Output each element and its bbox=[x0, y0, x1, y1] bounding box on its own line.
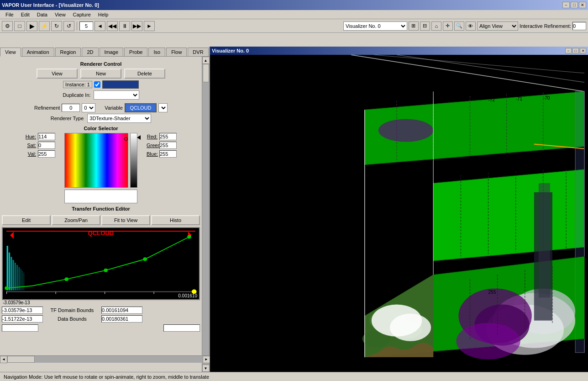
viz-svg[interactable]: -70 -71 -72 -40 -80 -90 -91 -43 -20 -10 bbox=[210, 55, 588, 372]
menu-edit[interactable]: Edit bbox=[17, 11, 33, 18]
data-right-input[interactable] bbox=[101, 315, 142, 323]
interactive-refinement-input[interactable] bbox=[572, 22, 586, 30]
blue-input[interactable] bbox=[159, 150, 177, 158]
tab-probe[interactable]: Probe bbox=[124, 48, 147, 56]
color-brightness-slider[interactable] bbox=[130, 133, 137, 188]
tab-image[interactable]: Image bbox=[100, 48, 124, 56]
viz-home-btn[interactable]: ⌂ bbox=[431, 21, 441, 31]
rc-instance-row: Instance: 1 bbox=[2, 80, 200, 89]
extra-left-input[interactable] bbox=[2, 324, 38, 332]
svg-rect-8 bbox=[22, 271, 23, 291]
tb-btn-stop[interactable]: □ bbox=[14, 21, 25, 31]
tb-next-btn[interactable]: ▶▶ bbox=[131, 21, 142, 31]
tf-edit-btn[interactable]: Edit bbox=[2, 215, 51, 225]
tf-histo-btn[interactable]: Histo bbox=[151, 215, 200, 225]
variable-dropdown[interactable]: ▼ bbox=[158, 103, 168, 112]
tb-btn-settings[interactable]: ⚙ bbox=[2, 21, 13, 31]
menu-help[interactable]: Help bbox=[94, 11, 112, 18]
menu-view[interactable]: View bbox=[51, 11, 69, 18]
svg-rect-0 bbox=[7, 246, 8, 291]
h-sb-track[interactable] bbox=[7, 356, 203, 363]
red-input[interactable] bbox=[159, 133, 177, 140]
tf-zoomPan-btn[interactable]: Zoom/Pan bbox=[52, 215, 100, 225]
color-preview bbox=[64, 190, 137, 203]
tab-dvr[interactable]: DVR bbox=[188, 48, 208, 56]
menu-capture[interactable]: Capture bbox=[69, 11, 94, 18]
visualizer-selector[interactable]: Visualizer No. 0 bbox=[343, 21, 407, 31]
duplicate-selector[interactable] bbox=[94, 90, 139, 100]
refinement-dropdown[interactable]: 0 bbox=[82, 103, 95, 112]
tb-pause[interactable]: ⏸ bbox=[119, 21, 130, 31]
tb-prev-btn[interactable]: ◀◀ bbox=[107, 21, 118, 31]
mdi-min-btn[interactable]: − bbox=[565, 48, 572, 53]
svg-text:-70: -70 bbox=[543, 95, 550, 101]
refinement-input[interactable] bbox=[62, 104, 80, 112]
tab-animation[interactable]: Animation bbox=[22, 48, 54, 56]
view-button[interactable]: View bbox=[37, 69, 78, 79]
mdi-max-btn[interactable]: □ bbox=[572, 48, 579, 53]
align-view-selector[interactable]: Align View bbox=[477, 21, 518, 31]
extra-label bbox=[40, 324, 162, 332]
instance-checkbox[interactable] bbox=[94, 81, 100, 88]
hue-input[interactable] bbox=[38, 133, 55, 140]
extra-right-input[interactable] bbox=[163, 324, 200, 332]
viz-zoom-btn[interactable]: 🔍 bbox=[454, 21, 464, 31]
tf-domain-left-input[interactable] bbox=[2, 307, 43, 314]
green-input[interactable] bbox=[159, 142, 177, 149]
data-left-input[interactable] bbox=[2, 315, 43, 323]
green-label[interactable]: Green: bbox=[147, 143, 158, 148]
tab-iso[interactable]: Iso bbox=[148, 48, 165, 56]
svg-rect-4 bbox=[15, 263, 16, 290]
scrollbar-thumb[interactable] bbox=[203, 64, 209, 82]
viz-copy-btn[interactable]: ⊟ bbox=[420, 21, 430, 31]
delete-button[interactable]: Delete bbox=[124, 69, 165, 79]
sat-label[interactable]: Sat: bbox=[25, 143, 36, 148]
brightness-arrow bbox=[137, 135, 141, 140]
tab-flow[interactable]: Flow bbox=[166, 48, 187, 56]
scrollbar-track[interactable] bbox=[202, 64, 209, 365]
tab-2d[interactable]: 2D bbox=[82, 48, 98, 56]
green-row: Green: bbox=[147, 142, 177, 149]
scrollbar-down-btn[interactable]: ▼ bbox=[202, 365, 210, 372]
blue-label[interactable]: Blue: bbox=[147, 151, 158, 157]
color-picker[interactable] bbox=[64, 133, 137, 188]
tf-fitToView-btn[interactable]: Fit to View bbox=[101, 215, 150, 225]
tab-region[interactable]: Region bbox=[55, 48, 81, 56]
renderer-control: View New Delete Instance: 1 Duplicate In… bbox=[2, 69, 200, 100]
tb-btn-undo[interactable]: ↻ bbox=[51, 21, 62, 31]
menu-data[interactable]: Data bbox=[33, 11, 51, 18]
menu-file[interactable]: File bbox=[2, 11, 17, 18]
tf-canvas[interactable]: QCLOUD bbox=[2, 227, 200, 300]
tf-domain-label: TF Domain Bounds bbox=[45, 307, 100, 313]
tb-btn-record[interactable]: ⚡ bbox=[39, 21, 50, 31]
h-sb-right-btn[interactable]: ► bbox=[203, 356, 210, 363]
close-button[interactable]: ✕ bbox=[579, 2, 586, 8]
renderer-type-select[interactable]: 3DTexture-Shader bbox=[87, 114, 151, 123]
red-label[interactable]: Red: bbox=[147, 134, 158, 139]
tb-next-frame[interactable]: ► bbox=[144, 21, 155, 31]
mdi-close-btn[interactable]: ✕ bbox=[580, 48, 586, 53]
maximize-button[interactable]: □ bbox=[571, 2, 578, 8]
viz-eye-btn[interactable]: 👁 bbox=[466, 21, 476, 31]
color-rainbow[interactable] bbox=[64, 133, 128, 188]
tb-btn-redo[interactable]: ↺ bbox=[63, 21, 74, 31]
val-input[interactable] bbox=[38, 150, 55, 158]
variable-input[interactable] bbox=[125, 103, 157, 112]
tf-domain-right-input[interactable] bbox=[101, 307, 142, 314]
tb-prev-frame[interactable]: ◄ bbox=[94, 21, 105, 31]
hue-label[interactable]: Hue: bbox=[25, 134, 36, 139]
viz-move-btn[interactable]: ✛ bbox=[443, 21, 453, 31]
svg-rect-1 bbox=[9, 253, 10, 291]
h-sb-left-btn[interactable]: ◄ bbox=[0, 356, 7, 363]
val-label[interactable]: Val: bbox=[25, 151, 36, 157]
svg-marker-37 bbox=[433, 169, 584, 261]
frame-number-input[interactable]: 5 bbox=[79, 21, 93, 31]
scrollbar-up-btn[interactable]: ▲ bbox=[202, 57, 210, 64]
tb-btn-play[interactable]: ▶ bbox=[26, 21, 37, 31]
tab-view[interactable]: View bbox=[0, 48, 21, 57]
minimize-button[interactable]: − bbox=[562, 2, 570, 8]
sat-input[interactable] bbox=[38, 142, 55, 149]
h-sb-thumb[interactable] bbox=[7, 356, 35, 363]
new-button[interactable]: New bbox=[80, 69, 121, 79]
viz-layout-btn[interactable]: ⊞ bbox=[409, 21, 419, 31]
